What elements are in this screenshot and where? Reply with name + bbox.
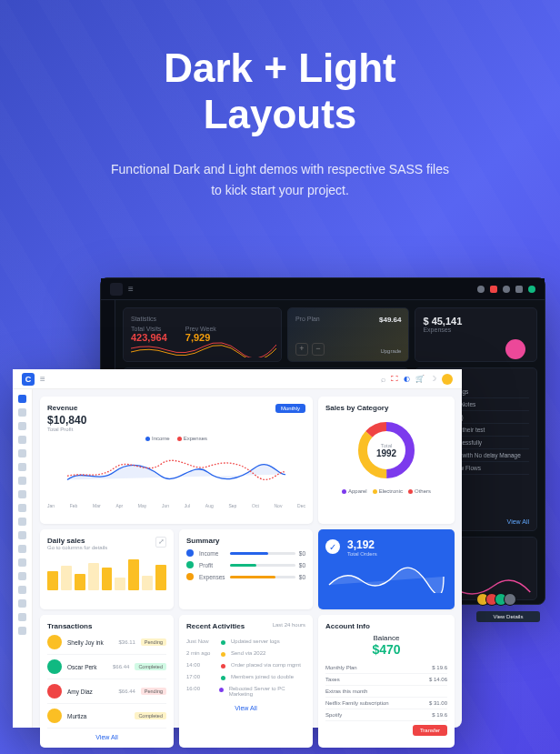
revenue-card: Revenue $10,840 Total Profit Monthly Inc… [40, 397, 313, 524]
dark-logo[interactable] [110, 283, 123, 296]
activity-item: 17:00Members joined to double [186, 671, 305, 683]
transaction-row[interactable]: Shelly Joy ink$36.11Pending [47, 630, 166, 655]
transactions-card: Transactions Shelly Joy ink$36.11Pending… [40, 615, 174, 748]
transaction-row[interactable]: Amy Diaz$66.44Pending [47, 679, 166, 704]
daily-sales-bars [47, 556, 166, 590]
sidebar-home-icon[interactable] [18, 395, 26, 403]
transaction-row[interactable]: MurtizaCompleted [47, 704, 166, 729]
sidebar-icon[interactable] [18, 422, 26, 430]
sidebar-icon[interactable] [18, 504, 26, 512]
account-info-row: Netflix Family subscription$ 31.00 [325, 698, 447, 709]
transactions-view-all[interactable]: View All [47, 734, 166, 740]
sales-category-card: Sales by Category Total 1992 ApparelElec… [318, 397, 455, 524]
bar [102, 568, 113, 590]
account-info-row: Monthly Plan$ 19.6 [325, 662, 447, 674]
cart-icon[interactable]: 🛒 [415, 375, 425, 383]
avatar-icon[interactable] [528, 286, 535, 293]
daily-sales-card: Daily sales Go to columns for details ⤢ [40, 529, 174, 609]
sidebar-icon[interactable] [18, 477, 26, 485]
dark-statistics-card: Statistics Total Visits 423,964 Prev Wee… [123, 307, 282, 362]
sidebar-icon[interactable] [18, 613, 26, 621]
light-sidebar [13, 389, 33, 728]
dark-balance-card: $ 45,141 Expenses [415, 307, 537, 362]
revenue-period-badge[interactable]: Monthly [275, 404, 305, 413]
bar [88, 563, 99, 590]
light-logo[interactable]: C [22, 373, 35, 386]
moon-icon[interactable]: ☽ [430, 375, 436, 383]
dark-team-card: View Details [476, 593, 540, 622]
hero-title: Dark + Light Layouts [0, 45, 560, 137]
minus-icon[interactable]: − [312, 343, 325, 356]
account-info-row: Taxes$ 14.06 [325, 674, 447, 686]
sidebar-icon[interactable] [18, 599, 26, 608]
flag-icon[interactable] [490, 286, 497, 293]
legend-item: Apparel [342, 488, 367, 494]
globe-icon[interactable]: ◐ [404, 375, 410, 383]
summary-row: Expenses$0 [186, 573, 305, 580]
sidebar-icon[interactable] [18, 408, 26, 417]
sidebar-icon[interactable] [18, 545, 26, 553]
legend-item: Electronic [373, 488, 403, 494]
bar [61, 566, 72, 590]
orders-sparkline [325, 560, 447, 593]
account-info-row: Extras this month [325, 686, 447, 698]
sidebar-icon[interactable] [18, 436, 26, 444]
sidebar-icon[interactable] [18, 572, 26, 580]
sidebar-icon[interactable] [18, 449, 26, 457]
bar [155, 565, 166, 591]
check-icon: ✓ [325, 539, 340, 554]
avatar-icon [504, 593, 516, 606]
search-icon[interactable] [477, 286, 485, 293]
dark-pro-plan-card: Pro Plan $49.64 + − Upgrade [287, 307, 410, 362]
light-topbar: C ≡ ⌕ ⛶ ◐ 🛒 ☽ [13, 369, 462, 389]
hero-section: Dark + Light Layouts Functional Dark and… [0, 0, 560, 200]
bar [142, 576, 153, 590]
donut-chart: Total 1992 [357, 421, 415, 479]
hero-subtitle: Functional Dark and Light demos with res… [107, 159, 453, 200]
sidebar-icon[interactable] [18, 518, 26, 526]
sidebar-icon[interactable] [18, 586, 26, 594]
avatar-icon[interactable] [442, 374, 453, 385]
bar [115, 578, 125, 590]
activity-item: 16:00Rebooted Server to PC Marketing [186, 683, 305, 699]
transfer-button[interactable]: Transfer [413, 725, 447, 736]
fullscreen-icon[interactable]: ⛶ [391, 375, 398, 383]
fab-icon[interactable] [505, 339, 525, 359]
sidebar-icon[interactable] [18, 627, 26, 635]
burger-icon[interactable]: ≡ [128, 284, 134, 294]
account-info-card: Account Info Balance $470 Monthly Plan$ … [318, 615, 455, 748]
bar [47, 571, 58, 590]
revenue-chart [47, 445, 305, 499]
mail-icon[interactable] [515, 286, 523, 293]
summary-card: Summary Income$0Profit$0Expenses$0 [179, 529, 313, 609]
activity-item: Just NowUpdated server logs [186, 636, 305, 648]
activity-item: 14:00Order placed via comp mgmt [186, 659, 305, 671]
bar [75, 574, 85, 590]
view-details-button[interactable]: View Details [476, 611, 540, 622]
bar [128, 559, 139, 590]
orders-card: ✓ 3,192 Total Orders [318, 529, 455, 609]
legend-item: Others [408, 488, 431, 494]
stats-sparkline [131, 339, 276, 357]
activities-view-all[interactable]: View All [186, 705, 305, 711]
notification-icon[interactable] [503, 286, 510, 293]
summary-row: Profit$0 [186, 561, 305, 568]
light-dashboard: C ≡ ⌕ ⛶ ◐ 🛒 ☽ [13, 369, 462, 728]
activities-card: Recent Activities Last 24 hours Just Now… [179, 615, 313, 748]
burger-icon[interactable]: ≡ [40, 374, 45, 384]
sidebar-icon[interactable] [18, 463, 26, 471]
activity-item: 2 min agoSend via 2022 [186, 648, 305, 659]
summary-row: Income$0 [186, 549, 305, 557]
transaction-row[interactable]: Oscar Perk$66.44Completed [47, 655, 166, 679]
search-icon[interactable]: ⌕ [381, 375, 385, 384]
dark-topbar: ≡ [101, 278, 545, 300]
upgrade-link[interactable]: Upgrade [380, 348, 401, 354]
sidebar-icon[interactable] [18, 558, 26, 567]
account-info-row: Spotify$ 19.6 [325, 709, 447, 721]
plus-icon[interactable]: + [295, 343, 308, 356]
dark-notifications-view-all[interactable]: View All [507, 518, 529, 525]
sidebar-icon[interactable] [18, 490, 26, 498]
revenue-legend: Income Expenses [47, 436, 305, 441]
sidebar-icon[interactable] [18, 531, 26, 539]
expand-icon[interactable]: ⤢ [155, 537, 166, 548]
